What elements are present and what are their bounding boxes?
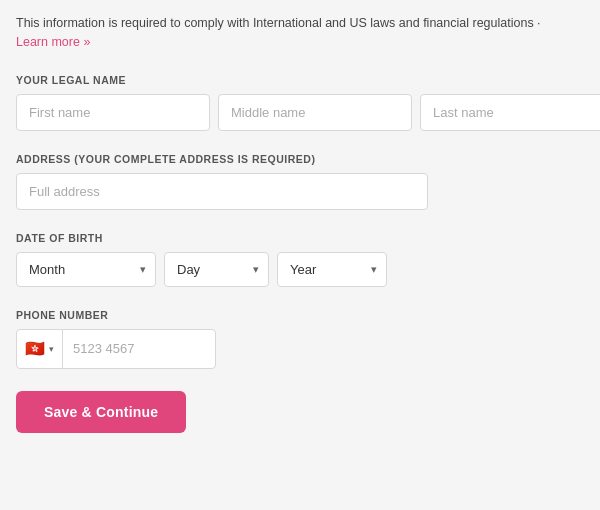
dob-row: Month January February March April May J… <box>16 252 584 287</box>
learn-more-link[interactable]: Learn more » <box>16 35 90 49</box>
middle-name-input[interactable] <box>218 94 412 131</box>
last-name-input[interactable] <box>420 94 600 131</box>
year-select-wrapper: Year 202420232010 200019901980 197019601… <box>277 252 387 287</box>
info-banner: This information is required to comply w… <box>16 14 584 52</box>
banner-text: This information is required to comply w… <box>16 16 541 30</box>
legal-name-label: YOUR LEGAL NAME <box>16 74 584 86</box>
address-input[interactable] <box>16 173 428 210</box>
legal-name-section: YOUR LEGAL NAME <box>16 74 584 131</box>
phone-label: PHONE NUMBER <box>16 309 584 321</box>
day-select[interactable]: Day 1234 5678 9101112 13141516 17181920 … <box>164 252 269 287</box>
dob-section: DATE OF BIRTH Month January February Mar… <box>16 232 584 287</box>
phone-section: PHONE NUMBER 🇭🇰 ▾ <box>16 309 584 369</box>
dob-label: DATE OF BIRTH <box>16 232 584 244</box>
month-select[interactable]: Month January February March April May J… <box>16 252 156 287</box>
year-select[interactable]: Year 202420232010 200019901980 197019601… <box>277 252 387 287</box>
day-select-wrapper: Day 1234 5678 9101112 13141516 17181920 … <box>164 252 269 287</box>
flag-icon: 🇭🇰 <box>25 341 45 357</box>
page-container: This information is required to comply w… <box>0 0 600 510</box>
address-section: ADDRESS (YOUR COMPLETE ADDRESS IS REQUIR… <box>16 153 584 210</box>
phone-row: 🇭🇰 ▾ <box>16 329 216 369</box>
first-name-input[interactable] <box>16 94 210 131</box>
save-continue-button[interactable]: Save & Continue <box>16 391 186 433</box>
name-row <box>16 94 584 131</box>
phone-flag-button[interactable]: 🇭🇰 ▾ <box>17 330 63 368</box>
month-select-wrapper: Month January February March April May J… <box>16 252 156 287</box>
flag-chevron-icon: ▾ <box>49 344 54 354</box>
phone-input[interactable] <box>63 332 216 365</box>
address-label: ADDRESS (YOUR COMPLETE ADDRESS IS REQUIR… <box>16 153 584 165</box>
